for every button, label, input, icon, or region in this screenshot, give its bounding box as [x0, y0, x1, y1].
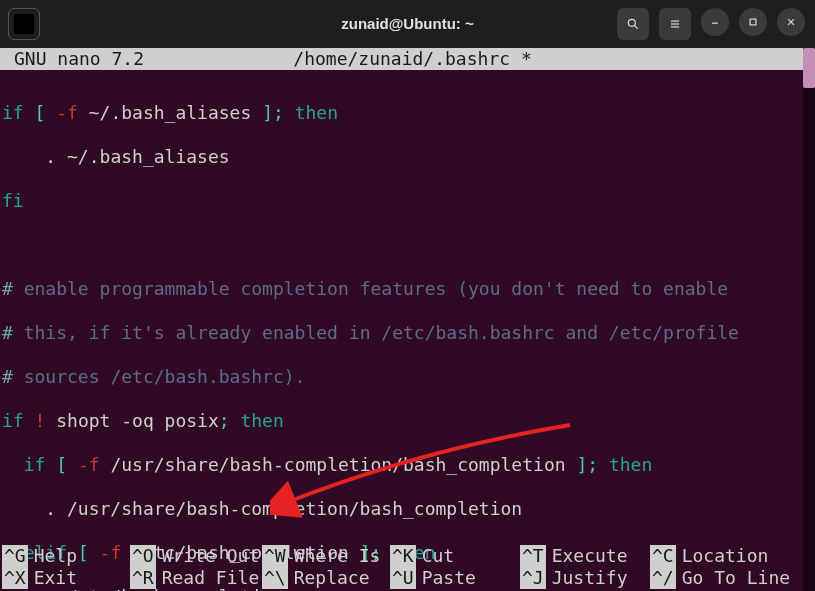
window-titlebar: zunaid@Ubuntu: ~: [0, 0, 815, 48]
menu-button[interactable]: [659, 8, 691, 40]
scrollbar[interactable]: [803, 48, 815, 591]
svg-rect-9: [750, 19, 756, 25]
nano-shortcuts: ^GHelp ^OWrite Out ^WWhere Is ^KCut ^TEx…: [0, 545, 801, 591]
minimize-button[interactable]: [701, 8, 729, 36]
svg-line-4: [635, 26, 638, 29]
scrollbar-thumb[interactable]: [803, 48, 815, 88]
nano-file-name: /home/zunaid/.bashrc *: [24, 48, 801, 70]
new-tab-button[interactable]: [8, 8, 40, 40]
window-title: zunaid@Ubuntu: ~: [341, 13, 474, 35]
editor-content[interactable]: if [ -f ~/.bash_aliases ]; then . ~/.bas…: [0, 70, 815, 591]
nano-header: GNU nano 7.2 /home/zunaid/.bashrc *: [0, 48, 815, 70]
close-button[interactable]: [777, 8, 805, 36]
maximize-button[interactable]: [739, 8, 767, 36]
svg-rect-0: [14, 14, 34, 34]
svg-point-3: [628, 19, 635, 26]
shortcut-label: Help: [28, 545, 77, 567]
shortcut-key: ^G: [2, 545, 28, 567]
search-button[interactable]: [617, 8, 649, 40]
terminal-area[interactable]: GNU nano 7.2 /home/zunaid/.bashrc * if […: [0, 48, 815, 591]
